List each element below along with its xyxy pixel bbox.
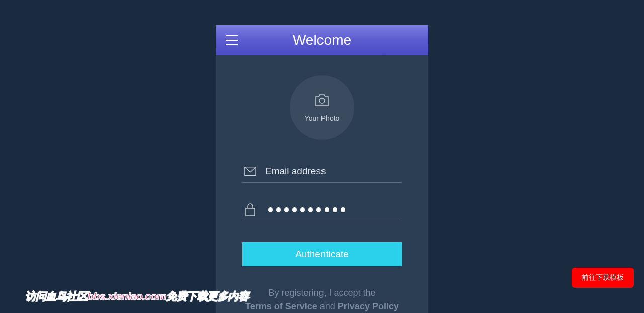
login-form: Authenticate xyxy=(216,161,428,266)
avatar-upload[interactable]: Your Photo xyxy=(290,75,354,140)
avatar-label: Your Photo xyxy=(305,114,340,122)
login-card: Welcome Your Photo xyxy=(216,25,428,313)
email-input[interactable] xyxy=(265,166,400,177)
terms-connector: and xyxy=(320,301,335,311)
authenticate-button[interactable]: Authenticate xyxy=(242,242,402,266)
menu-icon[interactable] xyxy=(226,35,238,45)
email-icon xyxy=(244,165,256,177)
svg-rect-2 xyxy=(246,208,255,216)
password-input[interactable] xyxy=(265,207,345,212)
camera-icon xyxy=(314,93,330,109)
lock-icon xyxy=(244,203,256,216)
terms-prefix: By registering, I accept the xyxy=(268,288,375,298)
avatar-section: Your Photo xyxy=(216,75,428,140)
svg-point-0 xyxy=(319,98,325,103)
watermark-text: 访问血鸟社区bbs.xieniao.com免费下载更多内容 xyxy=(25,289,249,303)
privacy-policy-link[interactable]: Privacy Policy xyxy=(338,301,399,311)
terms-of-service-link[interactable]: Terms of Service xyxy=(245,301,317,311)
header-title: Welcome xyxy=(293,32,351,48)
password-field-row[interactable] xyxy=(242,199,402,221)
download-template-button[interactable]: 前往下载模板 xyxy=(572,268,634,288)
email-field-row xyxy=(242,161,402,183)
card-header: Welcome xyxy=(216,25,428,55)
